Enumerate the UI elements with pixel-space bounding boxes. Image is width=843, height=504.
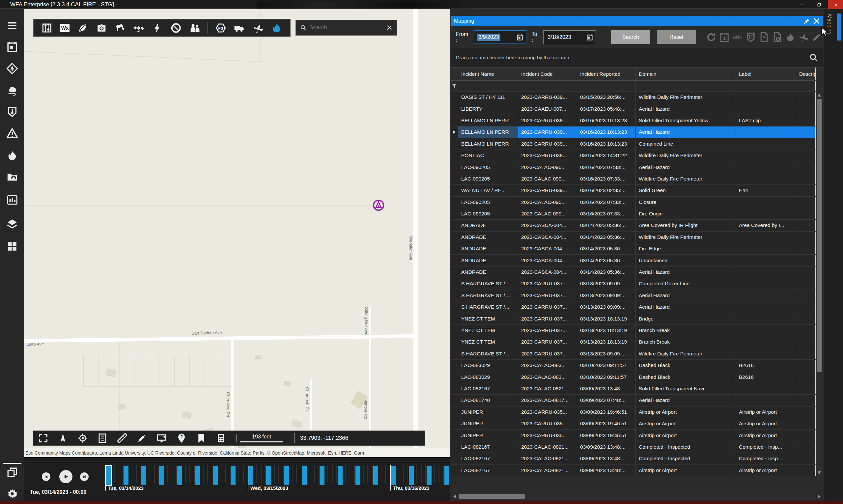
timeline-frame-bar[interactable]: [302, 466, 307, 485]
table-row[interactable]: JUNIPER 2023-CARRU-035... 03/09/2023 19:…: [451, 430, 815, 441]
aerial-hazard-marker[interactable]: [373, 199, 384, 211]
sidebar-item-settings-gear[interactable]: [6, 488, 18, 499]
timeline-frame-bar[interactable]: [356, 466, 360, 485]
scroll-down-icon[interactable]: [818, 471, 821, 474]
fullscreen-icon[interactable]: [38, 433, 48, 443]
table-row[interactable]: ANDRADE 2023-CASCA-004... 03/14/2023 05:…: [451, 243, 815, 255]
map-search-input[interactable]: [309, 24, 382, 31]
column-header-incident-code[interactable]: Incident Code: [518, 68, 577, 80]
sidebar-item-reports-chart[interactable]: [6, 194, 18, 205]
table-row[interactable]: LAC-083029 2023-CALAC-083... 03/10/2023 …: [451, 360, 815, 371]
bookmarks-icon[interactable]: [196, 433, 206, 443]
restricted-area-icon[interactable]: [171, 23, 181, 33]
filter-cell[interactable]: [458, 81, 518, 91]
table-row[interactable]: YNEZ CT TEM 2023-CARRU-037... 03/13/2023…: [451, 313, 815, 324]
cctv-camera-icon[interactable]: [115, 23, 126, 33]
sidebar-item-fire-behavior[interactable]: [6, 150, 18, 161]
column-header-description[interactable]: Description: [796, 68, 815, 80]
table-row[interactable]: LAC-082167 2023-CALAC-0821... 03/09/2023…: [451, 453, 815, 465]
filter-cell[interactable]: [636, 81, 736, 91]
vertical-scroll-thumb[interactable]: [817, 99, 822, 372]
calendar-icon[interactable]: [586, 34, 593, 40]
timeline-frame-bar[interactable]: [391, 466, 396, 485]
restore-button[interactable]: [811, 0, 827, 9]
close-panel-icon[interactable]: [813, 18, 820, 24]
refresh-icon[interactable]: [706, 32, 716, 42]
timeline-frame-bar[interactable]: [159, 466, 164, 485]
abc-labels-icon[interactable]: ABC: [733, 32, 742, 42]
timeline-frame-bar[interactable]: [213, 466, 218, 485]
column-header-domain[interactable]: Domain: [636, 68, 736, 80]
table-row[interactable]: S HARGRAVE ST /... 2023-CARRU-037... 03/…: [451, 278, 815, 290]
timeline-frame-bar[interactable]: [106, 466, 111, 485]
timeline-frame-bar[interactable]: [427, 466, 432, 485]
to-date-field[interactable]: 3/18/2023: [543, 30, 596, 44]
clear-search-icon[interactable]: [387, 24, 392, 32]
fuel-gauge-fg-icon[interactable]: [215, 23, 226, 33]
draw-pencil-icon[interactable]: [137, 433, 147, 443]
table-row[interactable]: LAC-090205 2023-CALAC-090... 03/16/2023 …: [451, 173, 815, 185]
identify-location-icon[interactable]: [177, 433, 186, 443]
sidebar-item-events-calendar[interactable]: [6, 41, 18, 52]
calendar-icon[interactable]: [517, 34, 523, 40]
timeline-frame-bar[interactable]: [444, 466, 449, 485]
lightning-icon[interactable]: [152, 23, 163, 33]
sidebar-item-incident-folder[interactable]: [6, 171, 18, 182]
table-row[interactable]: LAC-083029 2023-CALAC-083... 03/10/2023 …: [451, 371, 815, 383]
search-button[interactable]: Search: [611, 30, 650, 44]
screen-capture-icon[interactable]: [157, 433, 167, 443]
grid-search-icon[interactable]: [809, 53, 818, 62]
timeline-frame-bar[interactable]: [284, 466, 289, 485]
camera-icon[interactable]: [96, 23, 107, 33]
fire-blue-icon[interactable]: [271, 23, 282, 33]
table-row[interactable]: LAC-082167 2023-CALAC-0821... 03/09/2023…: [451, 383, 815, 395]
step-forward-button[interactable]: [80, 472, 89, 481]
table-row[interactable]: LAC-081740 2023-CALAC-0817... 03/09/2023…: [451, 395, 815, 406]
sidebar-item-fire-hazard[interactable]: [6, 63, 18, 74]
step-back-button[interactable]: [42, 472, 50, 481]
horizontal-scroll-thumb[interactable]: [459, 494, 525, 499]
table-row[interactable]: JUNIPER 2023-CARRU-035... 03/09/2023 19:…: [451, 407, 815, 418]
timeline-track[interactable]: Tue, 03/14/2023Wed, 03/15/2023Thu, 03/16…: [105, 465, 450, 498]
reset-button[interactable]: Reset: [657, 30, 696, 44]
panel-title-bar[interactable]: Mapping: [451, 16, 823, 26]
table-row[interactable]: LIBERTY 2023-CAAEU-007... 03/17/2023 05:…: [451, 103, 815, 115]
play-button[interactable]: [59, 470, 72, 483]
timeline-frame-bar[interactable]: [141, 466, 146, 485]
map-document-icon[interactable]: [746, 32, 756, 42]
timeline-frame-bar[interactable]: [177, 466, 182, 485]
aircraft-landing-icon[interactable]: [253, 23, 264, 33]
table-row[interactable]: WALNUT AV / RE... 2023-CARRU-039... 03/1…: [451, 185, 815, 196]
timeline-frame-bar[interactable]: [231, 466, 235, 485]
sidebar-item-weather-wind[interactable]: [6, 84, 18, 95]
timeline-frame-bar[interactable]: [266, 466, 271, 485]
vertical-scrollbar[interactable]: [816, 92, 822, 476]
table-row[interactable]: BELLAMO LN PERR 2023-CARRU-039... 03/16/…: [451, 138, 815, 150]
aircraft-icon[interactable]: [799, 32, 808, 42]
legend-icon[interactable]: [97, 433, 107, 443]
table-row[interactable]: LAC-090205 2023-CALAC-090... 03/16/2023 …: [451, 208, 815, 220]
table-row[interactable]: JUNIPER 2023-CARRU-035... 03/09/2023 19:…: [451, 418, 815, 430]
table-row[interactable]: S HARGRAVE ST /... 2023-CARRU-037... 03/…: [451, 348, 815, 360]
column-header-incident-name[interactable]: Incident Name: [458, 68, 518, 80]
pin-panel-icon[interactable]: [804, 18, 810, 24]
measure-ruler-icon[interactable]: [117, 433, 127, 443]
scroll-right-icon[interactable]: [818, 495, 821, 498]
calendar-day-icon[interactable]: [719, 32, 729, 42]
sidebar-item-apps-grid[interactable]: [6, 241, 18, 252]
table-row[interactable]: LAC-090205 2023-CALAC-090... 03/16/2023 …: [451, 161, 815, 173]
table-row[interactable]: S HARGRAVE ST /... 2023-CARRU-037... 03/…: [451, 301, 815, 313]
locate-icon[interactable]: [78, 433, 88, 443]
column-header-incident-reported[interactable]: Incident Reported: [577, 68, 636, 80]
filter-cell[interactable]: [518, 81, 577, 91]
file-export-icon[interactable]: [759, 32, 769, 42]
sidebar-item-alerts-warning[interactable]: [6, 128, 18, 139]
horizontal-scrollbar[interactable]: [451, 493, 823, 500]
timeline-frame-bar[interactable]: [373, 466, 378, 485]
timeline-frame-bar[interactable]: [124, 466, 128, 485]
sidebar-item-windows-pages[interactable]: [6, 467, 18, 478]
table-row[interactable]: BELLAMO LN PERR 2023-CARRU-039... 03/16/…: [451, 115, 815, 126]
fire-icon[interactable]: [785, 32, 795, 42]
column-header-label[interactable]: Label: [736, 68, 796, 80]
funnel-icon[interactable]: [452, 83, 457, 89]
